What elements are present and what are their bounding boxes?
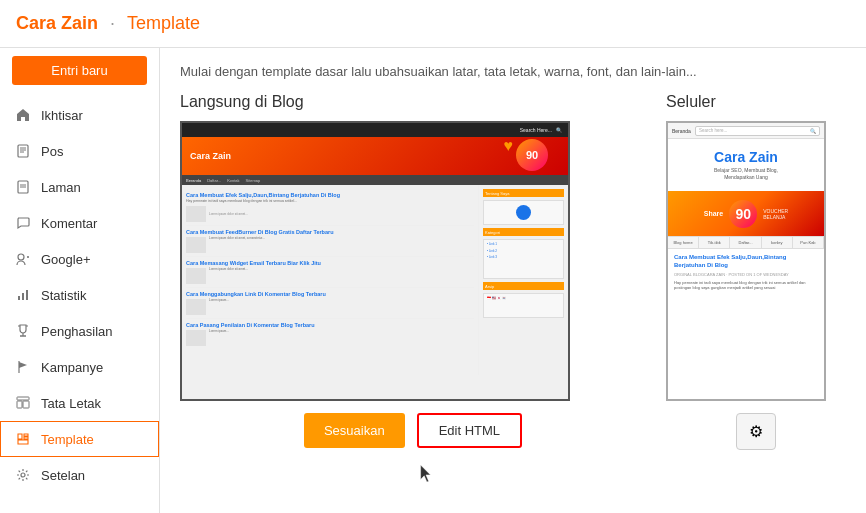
sidebar-label-kampanye: Kampanye: [41, 360, 146, 375]
sidebar-item-komentar[interactable]: Komentar: [0, 205, 159, 241]
desktop-preview: Search Here... 🔍 Cara Zain 90 ♥: [180, 121, 570, 401]
blog-post-2: Cara Membuat FeedBurner Di Blog Gratis D…: [186, 226, 474, 257]
blog-post-1: Cara Membuat Efek Salju,Daun,Bintang Ber…: [186, 189, 474, 226]
comment-icon: [13, 213, 33, 233]
mobile-blog-desc: Belajar SEO, Membuat Blog,Mendapatkan Ua…: [676, 167, 816, 181]
sidebar-label-komentar: Komentar: [41, 216, 146, 231]
new-entry-button[interactable]: Entri baru: [12, 56, 147, 85]
svg-rect-17: [17, 401, 22, 408]
sidebar-item-template[interactable]: Template: [0, 421, 159, 457]
mobile-preview: Beranda Search here... 🔍 Cara Zain Belaj…: [666, 121, 826, 401]
sidebar-item-ikhtisar[interactable]: Ikhtisar: [0, 97, 159, 133]
home-icon: [13, 105, 33, 125]
blog-sidebar: Tentang Saya Kategori • Link 1 • Link 2 …: [478, 185, 568, 375]
main-content: Mulai dengan template dasar lalu ubahsua…: [160, 48, 866, 513]
mobile-post-meta: ORGINAL BLOGCARA ZAIN · POSTED ON 1 OF W…: [674, 272, 818, 277]
breadcrumb-separator: ·: [110, 13, 115, 34]
svg-rect-12: [26, 290, 28, 300]
sidebar-label-googleplus: Google+: [41, 252, 146, 267]
edit-html-button[interactable]: Edit HTML: [417, 413, 522, 448]
mobile-nav-home[interactable]: Blog home: [668, 237, 699, 248]
sidebar-item-tata-letak[interactable]: Tata Letak: [0, 385, 159, 421]
svg-rect-10: [18, 296, 20, 300]
mobile-section-title: Seluler: [666, 93, 846, 111]
preview-area: Langsung di Blog Search Here... 🔍 Cara Z…: [180, 93, 846, 450]
blog-post-5: Cara Pasang Penilaian Di Komentar Blog T…: [186, 319, 474, 349]
desktop-section-title: Langsung di Blog: [180, 93, 646, 111]
svg-rect-11: [22, 293, 24, 300]
sidebar-label-penghasilan: Penghasilan: [41, 324, 146, 339]
sidebar-item-laman[interactable]: Laman: [0, 169, 159, 205]
chart-icon: [13, 285, 33, 305]
mobile-nav-3[interactable]: Daftar...: [730, 237, 761, 248]
template-icon: [13, 429, 33, 449]
sidebar-item-statistik[interactable]: Statistik: [0, 277, 159, 313]
svg-rect-0: [18, 145, 28, 157]
mobile-inner: Beranda Search here... 🔍 Cara Zain Belaj…: [668, 123, 824, 399]
mobile-nav-5[interactable]: Pun Kab: [793, 237, 824, 248]
blog-nav: Beranda Daftar... Kontak Sitemap: [182, 175, 568, 185]
sidebar-label-laman: Laman: [41, 180, 146, 195]
gear-button[interactable]: ⚙: [736, 413, 776, 450]
sidebar-label-setelan: Setelan: [41, 468, 146, 483]
document-icon: [13, 141, 33, 161]
settings-icon: [13, 465, 33, 485]
mobile-banner: Share 90 VOUCHERBELANJA: [668, 191, 824, 236]
mobile-post-title: Cara Membuat Efek Salju,Daun,Bintang Ber…: [674, 254, 818, 270]
blog-top-bar: Search Here... 🔍: [182, 123, 568, 137]
breadcrumb-page: Template: [127, 13, 200, 34]
desktop-preview-area: Langsung di Blog Search Here... 🔍 Cara Z…: [180, 93, 646, 448]
sidebar-item-kampanye[interactable]: Kampanye: [0, 349, 159, 385]
googleplus-icon: [13, 249, 33, 269]
sidebar-item-penghasilan[interactable]: Penghasilan: [0, 313, 159, 349]
mobile-top-bar: Beranda Search here... 🔍: [668, 123, 824, 139]
svg-rect-16: [17, 397, 29, 400]
mobile-nav-4[interactable]: konley: [762, 237, 793, 248]
mobile-nav: Blog home Tib-tibk Daftar... konley Pun …: [668, 236, 824, 249]
breadcrumb-blog[interactable]: Cara Zain: [16, 13, 98, 34]
mobile-preview-area: Seluler Beranda Search here... 🔍: [666, 93, 846, 450]
sidebar-item-googleplus[interactable]: Google+: [0, 241, 159, 277]
header: Cara Zain · Template: [0, 0, 866, 48]
cursor: [420, 465, 432, 483]
sidebar-label-ikhtisar: Ikhtisar: [41, 108, 146, 123]
blog-posts: Cara Membuat Efek Salju,Daun,Bintang Ber…: [182, 185, 478, 375]
sidebar: Entri baru Ikhtisar Pos Laman: [0, 48, 160, 513]
trophy-icon: [13, 321, 33, 341]
mobile-blog-name: Cara Zain: [676, 149, 816, 165]
mobile-btn-area: ⚙: [666, 413, 846, 450]
desktop-buttons: Sesuaikan Edit HTML: [180, 413, 646, 448]
svg-rect-18: [23, 401, 29, 408]
mobile-nav-2[interactable]: Tib-tibk: [699, 237, 730, 248]
mobile-post-text: Hay perneate ini tadi saya membuat blog …: [674, 280, 818, 291]
blog-post-3: Cara Memasang Widget Email Terbaru Biar …: [186, 257, 474, 288]
svg-point-7: [18, 254, 24, 260]
sidebar-label-tata-letak: Tata Letak: [41, 396, 146, 411]
main-description: Mulai dengan template dasar lalu ubahsua…: [180, 64, 846, 79]
svg-point-19: [21, 473, 25, 477]
sidebar-label-template: Template: [41, 432, 146, 447]
mobile-post-preview: Cara Membuat Efek Salju,Daun,Bintang Ber…: [668, 249, 824, 296]
page-icon: [13, 177, 33, 197]
blog-banner: Cara Zain 90 ♥: [182, 137, 568, 175]
sesuaikan-button[interactable]: Sesuaikan: [304, 413, 405, 448]
sidebar-label-statistik: Statistik: [41, 288, 146, 303]
sidebar-item-pos[interactable]: Pos: [0, 133, 159, 169]
mobile-search-bar: Search here... 🔍: [695, 126, 820, 136]
layout-icon: [13, 393, 33, 413]
blog-content-area: Cara Membuat Efek Salju,Daun,Bintang Ber…: [182, 185, 568, 375]
main-layout: Entri baru Ikhtisar Pos Laman: [0, 48, 866, 513]
sidebar-label-pos: Pos: [41, 144, 146, 159]
sidebar-item-setelan[interactable]: Setelan: [0, 457, 159, 493]
mobile-blog-title-area: Cara Zain Belajar SEO, Membuat Blog,Mend…: [668, 139, 824, 191]
flag-icon: [13, 357, 33, 377]
blog-preview-content: Search Here... 🔍 Cara Zain 90 ♥: [182, 123, 568, 399]
blog-post-4: Cara Menggabungkan Link Di Komentar Blog…: [186, 288, 474, 319]
